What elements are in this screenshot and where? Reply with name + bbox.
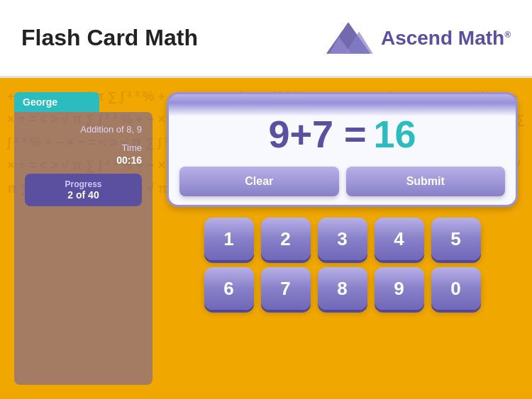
- app-header: Flash Card Math Ascend Math®: [0, 0, 532, 78]
- num-btn-0[interactable]: 0: [431, 267, 481, 310]
- topic-label: Addition of 8, 9: [80, 124, 142, 135]
- equation-answer: 16: [374, 112, 416, 156]
- progress-label: Progress: [33, 179, 133, 189]
- num-btn-5[interactable]: 5: [431, 218, 481, 260]
- num-btn-4[interactable]: 4: [375, 218, 424, 260]
- progress-badge: Progress 2 of 40: [25, 174, 142, 206]
- num-btn-3[interactable]: 3: [318, 218, 367, 260]
- num-btn-8[interactable]: 8: [318, 267, 367, 310]
- numpad-row-2: 67890: [167, 267, 518, 310]
- card-buttons: Clear Submit: [179, 167, 505, 196]
- logo-text: Ascend Math®: [381, 27, 511, 50]
- num-btn-7[interactable]: 7: [261, 267, 311, 310]
- left-panel: George Addition of 8, 9 Time 00:16 Progr…: [14, 92, 153, 385]
- num-btn-6[interactable]: 6: [204, 267, 254, 310]
- logo-mountain-icon: [320, 18, 377, 57]
- equation-left: 9+7 =: [268, 112, 366, 156]
- info-panel: Addition of 8, 9 Time 00:16 Progress 2 o…: [14, 112, 153, 385]
- time-label: Time: [122, 142, 142, 153]
- submit-button[interactable]: Submit: [346, 167, 506, 196]
- right-panel: 9+7 = 16 Clear Submit 12345 67890: [167, 92, 518, 385]
- num-btn-9[interactable]: 9: [375, 267, 424, 310]
- logo-container: Ascend Math®: [320, 18, 511, 57]
- progress-value: 2 of 40: [33, 189, 133, 201]
- time-row: Time 00:16: [25, 141, 142, 167]
- numpad: 12345 67890: [167, 218, 518, 310]
- equation-display: 9+7 = 16: [179, 101, 505, 167]
- main-content: George Addition of 8, 9 Time 00:16 Progr…: [0, 78, 532, 399]
- flash-card: 9+7 = 16 Clear Submit: [167, 92, 518, 207]
- numpad-row-1: 12345: [167, 218, 518, 260]
- time-value: 00:16: [116, 154, 142, 166]
- num-btn-1[interactable]: 1: [204, 218, 254, 260]
- num-btn-2[interactable]: 2: [261, 218, 311, 260]
- user-badge: George: [14, 92, 99, 112]
- clear-button[interactable]: Clear: [179, 167, 339, 196]
- app-title: Flash Card Math: [21, 25, 198, 51]
- topic-row: Addition of 8, 9: [25, 123, 142, 135]
